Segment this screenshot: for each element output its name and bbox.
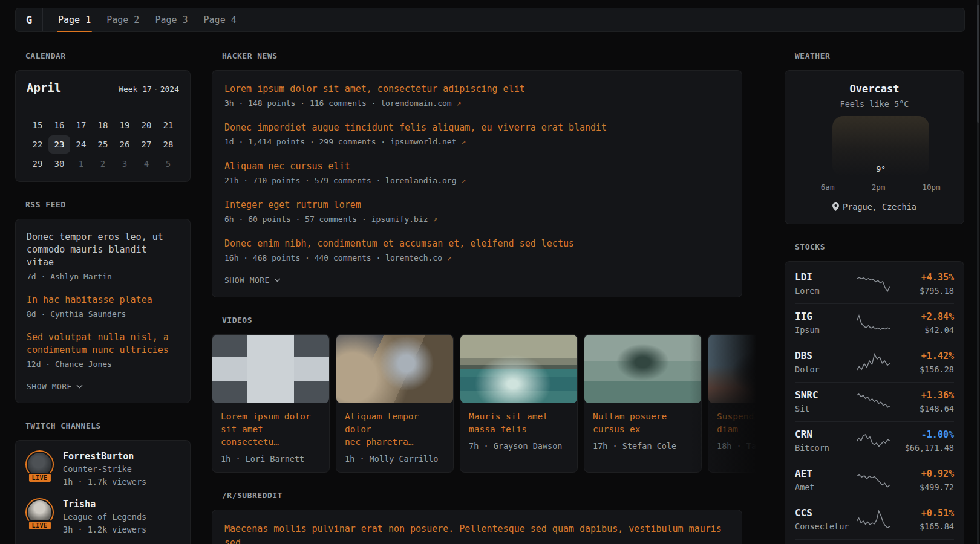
calendar-day-number: 16 <box>54 120 65 130</box>
weather-feels-like: Feels like 5°C <box>796 99 953 109</box>
calendar-day-cell: 5 <box>157 155 179 173</box>
twitch-channel-row[interactable]: LIVE ForrestBurton Counter-Strike 1h · 1… <box>25 450 180 488</box>
page-scrollbar-thumb[interactable] <box>977 5 979 123</box>
stock-row[interactable]: SNRC Sit +1.36% $148.64 <box>795 382 954 421</box>
stocks-section-title: STOCKS <box>795 242 964 251</box>
weather-x-tick-label: 10pm <box>922 183 940 193</box>
calendar-day-cell: 20 <box>136 116 157 134</box>
calendar-day-cell: 3 <box>114 155 136 173</box>
stock-symbol: SNRC <box>795 389 853 401</box>
stock-values: +1.36% $148.64 <box>893 389 954 415</box>
hacker-news-item-title[interactable]: Integer eget rutrum lorem <box>224 199 730 212</box>
rss-item-title[interactable]: In hac habitasse platea <box>27 294 179 306</box>
stock-sparkline-chart <box>853 311 893 335</box>
rss-item-title[interactable]: Donec tempor eros leo, ut commodo mauris… <box>27 231 179 269</box>
hacker-news-item-title[interactable]: Aliquam nec cursus elit <box>224 160 730 173</box>
stock-id: CRN Bitcorn <box>795 429 853 454</box>
page-tab-label: Page 1 <box>58 15 91 25</box>
middle-column: HACKER NEWS Lorem ipsum dolor sit amet, … <box>212 51 742 544</box>
hacker-news-section: HACKER NEWS Lorem ipsum dolor sit amet, … <box>212 51 742 297</box>
calendar-day-number: 30 <box>54 159 65 169</box>
calendar-week-year: Week 17·2024 <box>119 85 179 94</box>
stock-name: Lorem <box>795 285 853 297</box>
rss-show-more-button[interactable]: SHOW MORE <box>27 382 179 391</box>
app-logo[interactable]: G <box>16 8 43 31</box>
stock-price: $42.04 <box>893 325 954 336</box>
twitch-channel-category: League of Legends <box>63 511 146 523</box>
video-card[interactable]: Aliquam tempor dolor nec pharetra… 1h · … <box>336 334 454 473</box>
page-tab[interactable]: Page 2 <box>99 8 147 31</box>
twitch-channel-name: Trisha <box>63 498 146 510</box>
page-tab[interactable]: Page 3 <box>147 8 195 31</box>
right-column: WEATHER Overcast Feels like 5°C 9° 6am2p… <box>785 51 964 544</box>
hacker-news-item-meta-text: 6h · 60 points · 57 comments · ipsumify.… <box>224 215 428 224</box>
hacker-news-item: Aliquam nec cursus elit 21h · 710 points… <box>224 160 730 186</box>
stock-row[interactable]: CRN Bitcorn -1.00% $66,171.48 <box>795 421 954 461</box>
hacker-news-item: Donec imperdiet augue tincidunt felis al… <box>224 121 730 147</box>
hacker-news-section-title: HACKER NEWS <box>222 51 742 60</box>
video-card-body: Nullam posuere cursus ex 17h · Stefan Co… <box>584 403 701 459</box>
stock-row[interactable]: LDI Lorem +4.35% $795.18 <box>795 265 954 303</box>
hacker-news-show-more-button[interactable]: SHOW MORE <box>224 276 730 285</box>
video-title[interactable]: Nullam posuere cursus ex <box>593 410 693 436</box>
external-link-icon[interactable]: ↗ <box>461 137 466 146</box>
hacker-news-item-title[interactable]: Donec enim nibh, condimentum et accumsan… <box>224 238 730 250</box>
video-title[interactable]: Aliquam tempor dolor nec pharetra… <box>345 410 445 448</box>
video-title[interactable]: Suspendisse diam <box>717 410 771 436</box>
calendar-day-number: 18 <box>98 120 108 130</box>
stock-row[interactable]: CCS Consectetur +0.51% $165.84 <box>795 500 954 539</box>
rss-item-title[interactable]: Sed volutpat nulla nisl, a condimentum n… <box>27 331 179 357</box>
calendar-day-number: 2 <box>100 159 105 169</box>
stock-row[interactable]: AET Amet +0.92% $499.72 <box>795 461 954 500</box>
hacker-news-item-title[interactable]: Lorem ipsum dolor sit amet, consectetur … <box>224 83 730 96</box>
stock-values: +4.35% $795.18 <box>893 271 954 297</box>
stock-symbol: AET <box>795 468 853 480</box>
show-more-label: SHOW MORE <box>27 382 72 391</box>
external-link-icon[interactable]: ↗ <box>457 99 462 108</box>
stocks-section: STOCKS LDI Lorem +4.35% $795.18 <box>785 242 964 544</box>
external-link-icon[interactable]: ↗ <box>433 215 437 224</box>
stock-name: Ipsum <box>795 325 853 336</box>
hacker-news-item-meta: 21h · 710 points · 579 comments · loreml… <box>224 175 730 186</box>
stock-values: +2.84% $42.04 <box>893 311 954 336</box>
hacker-news-item-meta-text: 21h · 710 points · 579 comments · loreml… <box>224 176 457 185</box>
stock-id: DBS Dolor <box>795 350 853 375</box>
page-tab[interactable]: Page 1 <box>50 8 99 31</box>
page-tab-label: Page 4 <box>204 15 237 25</box>
stock-row[interactable]: IIG Ipsum +2.84% $42.04 <box>795 303 954 343</box>
top-navigation-bar: G Page 1 Page 2 Page 3 Page 4 <box>15 8 965 32</box>
dashboard-grid: CALENDAR April Week 17·2024 15 16 <box>0 51 980 544</box>
page-scrollbar[interactable] <box>977 0 979 544</box>
stock-id: AET Amet <box>795 468 853 493</box>
stock-row[interactable]: DBS Dolor +1.42% $156.28 <box>795 343 954 382</box>
weather-x-tick-label: 2pm <box>872 183 886 193</box>
video-title[interactable]: Lorem ipsum dolor sit amet consectetu… <box>221 410 321 448</box>
calendar-day-number: 26 <box>120 140 130 149</box>
video-thumbnail <box>584 335 701 403</box>
calendar-day-cell: 21 <box>157 116 179 134</box>
calendar-day-number: 28 <box>163 140 174 149</box>
subreddit-post-title[interactable]: Maecenas mollis pulvinar erat non posuer… <box>224 522 730 544</box>
stock-row[interactable]: AHS +0.46% <box>795 539 954 544</box>
twitch-channel-list: LIVE ForrestBurton Counter-Strike 1h · 1… <box>25 450 180 544</box>
video-card[interactable]: Suspendisse diam 18h · Tara <box>708 334 771 473</box>
video-card[interactable]: Mauris sit amet massa felis 7h · Grayson… <box>460 334 578 473</box>
external-link-icon[interactable]: ↗ <box>461 176 466 185</box>
external-link-icon[interactable]: ↗ <box>447 253 452 262</box>
twitch-channel-name: ForrestBurton <box>63 450 146 462</box>
hacker-news-item: Integer eget rutrum lorem 6h · 60 points… <box>224 199 730 225</box>
calendar-day-cell: 15 <box>27 116 48 134</box>
calendar-day-cell: 19 <box>114 116 136 134</box>
page-tab-label: Page 2 <box>106 15 139 25</box>
twitch-channel-row[interactable]: LIVE Trisha League of Legends 3h · 1.2k … <box>25 498 180 536</box>
hacker-news-item-title[interactable]: Donec imperdiet augue tincidunt felis al… <box>224 121 730 134</box>
video-card[interactable]: Nullam posuere cursus ex 17h · Stefan Co… <box>584 334 702 473</box>
calendar-month: April <box>27 81 61 94</box>
weather-bars: 9° <box>796 118 953 176</box>
page-tab[interactable]: Page 4 <box>196 8 244 31</box>
video-card[interactable]: Lorem ipsum dolor sit amet consectetu… 1… <box>212 334 330 473</box>
show-more-label: SHOW MORE <box>224 276 270 285</box>
video-title[interactable]: Mauris sit amet massa felis <box>469 410 569 436</box>
stock-sparkline-chart <box>853 429 893 453</box>
rss-item-meta: 12d · Chance Jones <box>27 358 179 370</box>
